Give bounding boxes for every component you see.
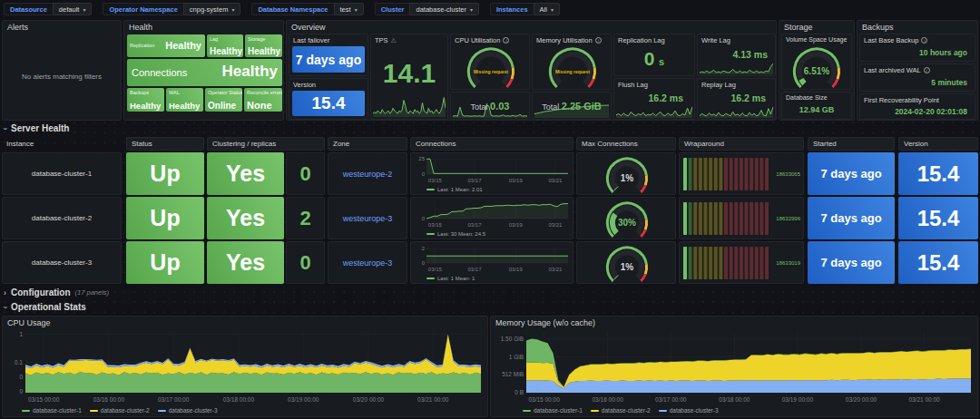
overview-panel: Overview Last failover 7 days ago Versio… [286,20,777,121]
info-icon[interactable]: i [924,67,930,73]
var-cluster-label: Cluster [375,3,410,15]
svg-text:30%: 30% [618,218,636,228]
zone-link[interactable]: westeurope-3 [328,242,407,283]
memory-usage-title: Memory Usage (w/o cache) [491,317,977,329]
var-instances: Instances All▾ [490,3,560,15]
svg-text:1: 1 [19,331,23,337]
last-base-backup-panel: Last Base Backupi 10 hours ago [859,34,975,62]
svg-text:0 B: 0 B [514,389,524,395]
var-database-namespace: Database Namespace test▾ [251,3,363,15]
var-cluster-select[interactable]: database-cluster▾ [409,3,478,15]
instance-name: database-cluster-2 [3,198,121,239]
var-database-namespace-select[interactable]: test▾ [334,3,364,15]
col-wraparound: Wraparound [679,137,804,151]
chart-legend[interactable]: database-cluster-1database-cluster-2data… [523,407,719,414]
var-instances-select[interactable]: All▾ [534,3,560,15]
memory-usage-chart[interactable]: 1.50 GiB1 GiB512 MiB0 B03/15 00:0003/16 … [494,328,975,414]
max-connections-gauge: 1% [600,156,654,193]
status-value: Up [126,197,204,239]
last-archived-wal-title: Last archived WAL [864,66,921,74]
memory-total-label: Total [542,102,559,112]
var-operator-namespace-select[interactable]: cnpg-system▾ [183,3,241,15]
connections-chart[interactable]: 003/1503/1703/1903/21Last: 30 Mean: 24.5 [412,199,572,238]
write-lag-panel: Write Lag 4.13 ms [697,34,776,76]
tps-sparkline[interactable] [373,95,446,117]
wraparound-value: 18632996 [776,216,800,221]
flush-lag-panel: Flush Lag 16.2 ms [613,78,695,120]
col-max-connections: Max Connections [576,137,676,151]
replication-lag-title: Replication Lag [614,34,694,46]
svg-text:03/15 00:00: 03/15 00:00 [28,396,60,403]
write-lag-value: 4.13 ms [732,49,768,60]
chart-legend[interactable]: Last: 30 Mean: 24.5 [426,231,485,237]
version-title: Version [289,79,368,91]
zone-link[interactable]: westeurope-2 [328,153,407,194]
status-value: Up [126,241,204,284]
section-server-health-title: Server Health [11,123,69,133]
var-cluster: Cluster database-cluster▾ [375,3,479,15]
variables-bar: Datasource default▾ Operator Namespace c… [0,0,980,18]
connections-chart[interactable]: 25003/1503/1703/1903/21Last: 1 Mean: 2.0… [412,154,572,193]
svg-text:03/15: 03/15 [428,178,443,183]
database-size-value: 12.94 GB [782,105,851,114]
svg-text:0: 0 [422,171,426,177]
version-value: 15.4 [898,197,978,239]
section-server-health[interactable]: › Server Health [4,123,69,133]
svg-text:03/20 00:00: 03/20 00:00 [353,396,385,403]
memory-utilisation-gauge: Missing request [536,46,609,88]
var-operator-namespace-label: Operator Namespace [103,3,182,15]
alerts-panel-title: Alerts [3,21,121,34]
chevron-down-icon: ▾ [551,6,554,13]
cpu-total-panel: Total 0.03 [450,92,530,120]
var-database-namespace-label: Database Namespace [251,3,333,15]
chart-legend[interactable]: database-cluster-1database-cluster-2data… [22,407,218,414]
warning-icon[interactable]: ⚠ [391,37,397,44]
last-base-backup-value: 10 hours ago [919,48,967,57]
cpu-utilisation-title: CPU Utilisation [455,36,500,44]
configuration-panel-count: (17 panels) [75,288,110,297]
storage-panel: Storage Volume Space Usage 6.51% Databas… [779,20,855,121]
health-wal-label: WAL [169,90,180,95]
svg-text:03/17 00:00: 03/17 00:00 [158,396,190,403]
section-operational-stats[interactable]: › Operational Stats [4,302,86,312]
info-icon[interactable]: i [503,37,509,44]
section-operational-stats-title: Operational Stats [11,302,86,312]
var-datasource-label: Datasource [4,3,53,15]
clustering-value: Yes [207,152,284,195]
var-datasource-select[interactable]: default▾ [53,3,93,15]
section-configuration[interactable]: › Configuration (17 panels) [4,287,109,297]
svg-text:03/21 00:00: 03/21 00:00 [417,396,449,403]
flush-lag-title: Flush Lag [614,79,694,91]
write-lag-sparkline[interactable] [700,62,773,74]
svg-text:0: 0 [422,216,426,221]
version-value: 15.4 [292,91,365,116]
cpu-usage-chart[interactable]: 10.10003/15 00:0003/16 00:0003/17 00:000… [5,328,485,414]
chart-legend[interactable]: Last: 1 Mean: 2.01 [426,187,483,192]
started-value: 7 days ago [808,241,895,284]
svg-text:03/16 00:00: 03/16 00:00 [93,396,125,403]
svg-text:Missing request: Missing request [474,69,508,74]
flush-lag-sparkline[interactable] [616,105,692,118]
info-icon[interactable]: i [921,37,927,44]
chevron-down-icon: ▾ [355,6,358,13]
replay-lag-panel: Replay Lag 16.2 ms [697,78,776,120]
replay-lag-sparkline[interactable] [700,105,773,118]
svg-text:0: 0 [19,374,23,380]
memory-usage-panel: Memory Usage (w/o cache) 1.50 GiB1 GiB51… [490,316,978,417]
connections-chart[interactable]: 2003/1503/1703/1903/21Last: 1 Mean: 1 [412,243,572,282]
memory-total-panel: Total 2.25 GiB [532,92,612,120]
svg-text:03/15: 03/15 [428,267,443,272]
health-storage-label: Storage [248,36,265,42]
alerts-empty-text: No alerts matching filters [3,73,121,81]
chevron-down-icon: ▾ [83,6,85,13]
wraparound-value: 18633065 [776,171,800,177]
svg-text:03/20 00:00: 03/20 00:00 [846,396,877,403]
info-icon[interactable]: i [595,37,602,44]
last-failover-panel: Last failover 7 days ago [289,34,368,76]
zone-link[interactable]: westeurope-3 [328,198,407,239]
replicas-count: 0 [287,153,324,194]
replay-lag-value: 16.2 ms [730,93,766,103]
storage-panel-title: Storage [779,21,854,34]
wraparound-value: 18633019 [776,260,800,266]
chart-legend[interactable]: Last: 1 Mean: 1 [426,276,475,281]
